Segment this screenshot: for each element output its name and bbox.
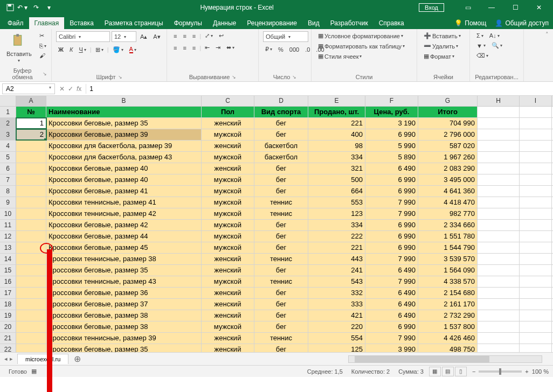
cell[interactable]: 1 537 800 bbox=[418, 321, 478, 332]
row-header[interactable]: 1 bbox=[0, 107, 16, 117]
row-header[interactable]: 18 bbox=[0, 299, 16, 310]
align-right-icon[interactable]: ≡ bbox=[190, 44, 198, 52]
cell[interactable] bbox=[16, 299, 46, 310]
sheet-nav-prev-icon[interactable]: ◂ bbox=[4, 355, 8, 362]
tab-home[interactable]: Главная bbox=[29, 17, 65, 29]
zoom-level[interactable]: 100 % bbox=[532, 368, 549, 375]
tab-developer[interactable]: Разработчик bbox=[325, 17, 374, 29]
tab-help[interactable]: Справка bbox=[374, 17, 410, 29]
cell[interactable]: 6 990 bbox=[365, 129, 418, 140]
col-header[interactable]: A bbox=[16, 96, 46, 106]
cell[interactable] bbox=[16, 220, 46, 230]
cell[interactable]: баскетбол bbox=[254, 152, 308, 163]
cell[interactable] bbox=[478, 186, 520, 197]
cell[interactable] bbox=[478, 163, 520, 174]
cell[interactable]: 587 020 bbox=[418, 141, 478, 151]
cell[interactable]: 6 990 bbox=[365, 186, 418, 197]
percent-icon[interactable]: % bbox=[276, 45, 286, 54]
cell[interactable]: Кроссовки теннисные, размер 42 bbox=[46, 208, 202, 219]
cell[interactable]: 7 990 bbox=[365, 208, 418, 219]
cell[interactable] bbox=[16, 333, 46, 344]
cell[interactable]: 6 490 bbox=[365, 265, 418, 276]
font-expand-icon[interactable]: ↘ bbox=[118, 74, 122, 80]
cell[interactable] bbox=[478, 288, 520, 298]
sheet-nav-next-icon[interactable]: ▸ bbox=[10, 355, 13, 362]
zoom-slider[interactable] bbox=[479, 370, 522, 373]
cell[interactable]: Вид спорта bbox=[254, 107, 308, 117]
cell[interactable] bbox=[478, 310, 520, 321]
cell[interactable]: теннис bbox=[254, 197, 308, 208]
cell[interactable]: 221 bbox=[308, 118, 365, 129]
cell[interactable]: 6 490 bbox=[365, 299, 418, 310]
row-header[interactable]: 20 bbox=[0, 321, 16, 332]
cell[interactable]: 4 338 570 bbox=[418, 276, 478, 287]
cell-styles-button[interactable]: ▦ Стили ячеек▾ bbox=[316, 52, 364, 61]
wrap-text-icon[interactable]: ↩ bbox=[217, 31, 226, 40]
cell[interactable]: женский bbox=[202, 310, 254, 321]
decrease-font-icon[interactable]: A▾ bbox=[151, 32, 162, 41]
cell[interactable]: теннис bbox=[254, 333, 308, 344]
row-header[interactable]: 5 bbox=[0, 152, 16, 163]
cell[interactable] bbox=[520, 299, 552, 310]
cell[interactable] bbox=[520, 310, 552, 321]
cell[interactable]: 2 bbox=[16, 129, 46, 140]
cell[interactable] bbox=[520, 254, 552, 264]
cell[interactable] bbox=[16, 310, 46, 321]
sheet-tab[interactable]: microexcel.ru bbox=[17, 354, 68, 364]
cell[interactable]: 3 495 000 bbox=[418, 174, 478, 185]
cell[interactable] bbox=[520, 265, 552, 276]
col-header[interactable]: C bbox=[202, 96, 254, 106]
cell[interactable] bbox=[478, 152, 520, 163]
autosum-icon[interactable]: Σ▾ bbox=[474, 31, 486, 40]
cell[interactable]: Кроссовки беговые, размер 38 bbox=[46, 310, 202, 321]
cell[interactable]: бег bbox=[254, 344, 308, 352]
cell[interactable]: 2 732 290 bbox=[418, 310, 478, 321]
cell[interactable]: бег bbox=[254, 242, 308, 253]
row-header[interactable]: 7 bbox=[0, 174, 16, 185]
cell[interactable]: 125 bbox=[308, 344, 365, 352]
row-header[interactable]: 21 bbox=[0, 333, 16, 344]
cell[interactable]: 982 770 bbox=[418, 208, 478, 219]
add-sheet-button[interactable]: ⊕ bbox=[68, 354, 86, 364]
cell[interactable]: Пол bbox=[202, 107, 254, 117]
cell[interactable]: Кроссовки беговые, размер 35 bbox=[46, 344, 202, 352]
cell[interactable]: 500 bbox=[308, 174, 365, 185]
cell[interactable]: теннис bbox=[254, 276, 308, 287]
cell[interactable]: бег bbox=[254, 299, 308, 310]
align-middle-icon[interactable]: ≡ bbox=[181, 32, 188, 40]
cell[interactable] bbox=[520, 220, 552, 230]
cell[interactable]: теннис bbox=[254, 208, 308, 219]
tab-insert[interactable]: Вставка bbox=[64, 17, 99, 29]
row-header[interactable]: 4 bbox=[0, 141, 16, 151]
cell[interactable]: 6 490 bbox=[365, 163, 418, 174]
cell[interactable]: Цена, руб. bbox=[365, 107, 418, 117]
format-cells-button[interactable]: ▦ Формат▾ bbox=[421, 52, 457, 61]
cell[interactable]: 2 083 290 bbox=[418, 163, 478, 174]
cell[interactable]: 543 bbox=[308, 276, 365, 287]
cell[interactable]: Кроссовки теннисные, размер 43 bbox=[46, 276, 202, 287]
zoom-in-button[interactable]: + bbox=[525, 368, 528, 375]
increase-font-icon[interactable]: A▴ bbox=[138, 32, 149, 41]
share-button[interactable]: 👤 Общий доступ bbox=[490, 17, 553, 29]
maximize-button[interactable]: ☐ bbox=[504, 0, 526, 15]
cell[interactable]: 498 750 bbox=[418, 344, 478, 352]
cell[interactable] bbox=[520, 107, 552, 117]
macro-record-icon[interactable]: ▦ bbox=[31, 368, 37, 375]
cell[interactable]: 221 bbox=[308, 242, 365, 253]
row-header[interactable]: 6 bbox=[0, 163, 16, 174]
cell[interactable]: 664 bbox=[308, 186, 365, 197]
cell[interactable]: бег bbox=[254, 186, 308, 197]
cell[interactable] bbox=[478, 208, 520, 219]
col-header[interactable]: H bbox=[478, 96, 520, 106]
col-header[interactable]: I bbox=[520, 96, 552, 106]
tell-me[interactable]: 💡 Помощ bbox=[450, 17, 490, 29]
format-painter-button[interactable]: 🖌 bbox=[37, 51, 49, 60]
cell[interactable]: мужской bbox=[202, 231, 254, 242]
align-left-icon[interactable]: ≡ bbox=[171, 44, 179, 52]
cell[interactable] bbox=[16, 174, 46, 185]
paste-button[interactable]: Вставить▾ bbox=[4, 31, 34, 64]
redo-icon[interactable]: ↷ bbox=[30, 2, 42, 13]
cell[interactable] bbox=[478, 220, 520, 230]
cell[interactable]: Кроссовки для баскетбола, размер 39 bbox=[46, 141, 202, 151]
cell[interactable]: 7 990 bbox=[365, 333, 418, 344]
